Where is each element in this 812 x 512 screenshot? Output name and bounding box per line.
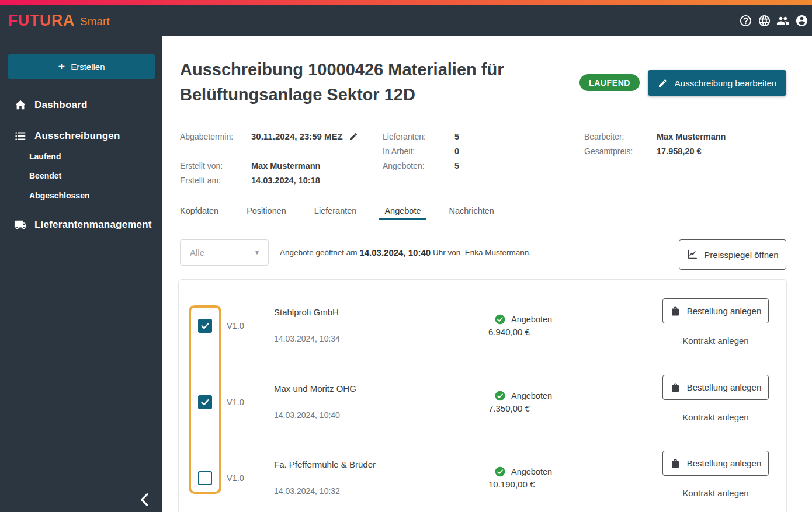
check-circle-icon xyxy=(494,466,506,478)
offer-checkbox[interactable] xyxy=(198,471,212,485)
offer-row: V1.0 Max und Moritz OHG 14.03.2024, 10:4… xyxy=(179,364,786,440)
erstellt-am-label: Erstellt am: xyxy=(180,176,251,185)
tab-bar: Kopfdaten Positionen Lieferanten Angebot… xyxy=(178,201,787,220)
offer-status-label: Angeboten xyxy=(511,467,552,476)
sidebar-item-label: Dashboard xyxy=(34,99,88,111)
pencil-icon xyxy=(658,78,668,88)
gesamtpreis-label: Gesamtpreis: xyxy=(584,147,657,156)
offer-price: 6.940,00 € xyxy=(488,327,530,337)
supplier-name: Stahlprofi GmbH xyxy=(274,307,339,317)
brand-gradient-strip xyxy=(0,0,812,5)
create-contract-link[interactable]: Kontrakt anlegen xyxy=(662,335,769,347)
offer-row: V1.0 Stahlprofi GmbH 14.03.2024, 10:34 A… xyxy=(179,288,786,364)
tab-angebote[interactable]: Angebote xyxy=(379,201,426,220)
meta-column-counts: Lieferanten: 5 In Arbeit: 0 Angeboten: 5 xyxy=(383,129,459,173)
open-price-mirror-label: Preisspiegel öffnen xyxy=(704,250,778,260)
app-bar: FUTURA Smart xyxy=(0,5,812,36)
create-order-button[interactable]: Bestellung anlegen xyxy=(662,375,769,400)
erstellt-von-value: Max Mustermann xyxy=(251,161,320,170)
opened-info-person: Erika Mustermann. xyxy=(465,248,531,257)
offer-status: Angeboten xyxy=(494,390,552,402)
status-badge: LAUFEND xyxy=(579,74,640,91)
sidebar: + Erstellen Dashboard Ausschreibungen La… xyxy=(0,36,162,512)
home-icon xyxy=(14,99,27,112)
main-content: Ausschreibung 10000426 Materialien für B… xyxy=(162,36,812,512)
sidebar-collapse-icon[interactable] xyxy=(136,490,154,509)
create-order-label: Bestellung anlegen xyxy=(687,382,762,392)
erstellt-von-label: Erstellt von: xyxy=(180,161,251,170)
bag-icon xyxy=(670,458,681,469)
abgabetermin-label: Abgabetermin: xyxy=(180,132,251,141)
offer-checkbox[interactable] xyxy=(198,319,212,333)
in-arbeit-value: 0 xyxy=(454,147,459,156)
sidebar-subitem-label: Laufend xyxy=(29,152,61,161)
lieferanten-label: Lieferanten: xyxy=(383,132,454,141)
sidebar-subitem-label: Abgeschlossen xyxy=(29,191,89,200)
app-logo: FUTURA Smart xyxy=(8,5,110,36)
offer-status: Angeboten xyxy=(494,466,552,478)
create-contract-link[interactable]: Kontrakt anlegen xyxy=(662,411,769,424)
list-icon xyxy=(14,130,27,142)
create-button[interactable]: + Erstellen xyxy=(8,54,155,79)
create-contract-link[interactable]: Kontrakt anlegen xyxy=(662,487,769,500)
in-arbeit-label: In Arbeit: xyxy=(383,147,454,156)
chevron-down-icon: ▼ xyxy=(254,249,260,256)
offers-filter-select[interactable]: Alle ▼ xyxy=(180,239,269,266)
offer-checkbox[interactable] xyxy=(198,395,212,409)
plus-icon: + xyxy=(58,61,65,72)
tab-positionen[interactable]: Positionen xyxy=(241,201,292,220)
create-order-button[interactable]: Bestellung anlegen xyxy=(662,451,769,476)
sidebar-subitem-abgeschlossen[interactable]: Abgeschlossen xyxy=(29,187,89,204)
angeboten-value: 5 xyxy=(454,161,459,170)
edit-tender-button[interactable]: Ausschreibung bearbeiten xyxy=(648,70,786,96)
page-title: Ausschreibung 10000426 Materialien für B… xyxy=(180,57,565,107)
open-price-mirror-button[interactable]: Preisspiegel öffnen xyxy=(679,239,786,270)
bearbeiter-value: Max Mustermann xyxy=(657,132,726,141)
edit-deadline-icon[interactable] xyxy=(349,132,358,141)
tab-nachrichten[interactable]: Nachrichten xyxy=(444,201,499,220)
offer-version: V1.0 xyxy=(227,364,244,440)
sidebar-item-label: Lieferantenmanagement xyxy=(34,219,152,231)
check-circle-icon xyxy=(494,390,506,402)
offer-date: 14.03.2024, 10:34 xyxy=(274,334,340,343)
opened-info-datetime: 14.03.2024, 10:40 xyxy=(359,248,431,257)
check-circle-icon xyxy=(494,314,506,325)
users-icon[interactable] xyxy=(776,14,790,27)
supplier-name: Fa. Pfeffermühle & Brüder xyxy=(274,459,376,469)
offer-date: 14.03.2024, 10:40 xyxy=(274,410,340,420)
create-button-label: Erstellen xyxy=(71,62,105,72)
filter-selected-value: Alle xyxy=(190,248,254,257)
offer-version: V1.0 xyxy=(227,288,244,364)
tab-kopfdaten[interactable]: Kopfdaten xyxy=(175,201,224,220)
account-icon[interactable] xyxy=(795,14,808,27)
supplier-name: Max und Moritz OHG xyxy=(274,384,356,393)
sidebar-subitem-laufend[interactable]: Laufend xyxy=(29,148,61,165)
offer-version: V1.0 xyxy=(227,440,244,512)
offer-price: 7.350,00 € xyxy=(488,403,530,413)
truck-icon xyxy=(14,218,27,231)
logo-brand-text: FUTURA xyxy=(8,12,75,30)
language-icon[interactable] xyxy=(758,14,771,27)
abgabetermin-value: 30.11.2024, 23:59 MEZ xyxy=(251,131,343,141)
bag-icon xyxy=(670,382,681,393)
offers-card: V1.0 Stahlprofi GmbH 14.03.2024, 10:34 A… xyxy=(178,279,787,512)
offers-opened-info: Angebote geöffnet am 14.03.2024, 10:40 U… xyxy=(280,239,531,266)
help-icon[interactable] xyxy=(739,14,752,27)
sidebar-subitem-label: Beendet xyxy=(29,171,61,180)
offer-status-label: Angeboten xyxy=(511,315,552,324)
meta-column-dates: Abgabetermin: 30.11.2024, 23:59 MEZ Erst… xyxy=(180,129,358,187)
appbar-icon-group xyxy=(739,5,808,36)
sidebar-item-ausschreibungen[interactable]: Ausschreibungen xyxy=(0,126,162,147)
sidebar-item-lieferantenmanagement[interactable]: Lieferantenmanagement xyxy=(0,214,162,235)
offer-status: Angeboten xyxy=(494,314,552,325)
angeboten-label: Angeboten: xyxy=(383,161,454,170)
sidebar-item-label: Ausschreibungen xyxy=(34,130,120,142)
create-order-label: Bestellung anlegen xyxy=(687,306,762,316)
create-order-button[interactable]: Bestellung anlegen xyxy=(662,298,769,323)
sidebar-item-dashboard[interactable]: Dashboard xyxy=(0,95,162,116)
meta-column-editor: Bearbeiter: Max Mustermann Gesamtpreis: … xyxy=(584,129,726,158)
tab-lieferanten[interactable]: Lieferanten xyxy=(309,201,362,220)
lieferanten-value: 5 xyxy=(454,132,459,141)
opened-info-middle: Uhr von xyxy=(431,248,465,257)
sidebar-subitem-beendet[interactable]: Beendet xyxy=(29,168,61,184)
